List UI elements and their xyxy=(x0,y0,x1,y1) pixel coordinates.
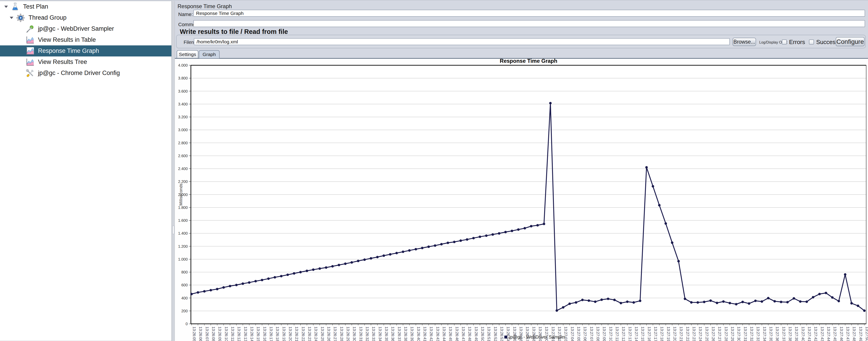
svg-text:13:27:31: 13:27:31 xyxy=(743,327,747,341)
svg-text:13:27:27: 13:27:27 xyxy=(717,327,722,341)
svg-text:1.000: 1.000 xyxy=(178,257,188,262)
svg-text:13:27:25: 13:27:25 xyxy=(705,327,709,341)
svg-text:13:26:23: 13:26:23 xyxy=(307,327,312,341)
svg-text:13:26:41: 13:26:41 xyxy=(423,327,427,341)
svg-text:600: 600 xyxy=(181,283,188,287)
svg-text:13:27:16: 13:27:16 xyxy=(647,327,651,341)
svg-text:13:27:09: 13:27:09 xyxy=(602,327,606,341)
svg-text:13:27:50: 13:27:50 xyxy=(865,327,868,341)
svg-text:1.400: 1.400 xyxy=(178,231,188,236)
svg-text:13:26:13: 13:26:13 xyxy=(243,327,248,341)
svg-text:13:26:51: 13:26:51 xyxy=(487,327,491,341)
svg-text:13:27:36: 13:27:36 xyxy=(775,327,779,341)
svg-text:13:26:28: 13:26:28 xyxy=(339,327,344,341)
svg-text:13:27:05: 13:27:05 xyxy=(577,327,581,341)
svg-text:13:27:13: 13:27:13 xyxy=(628,327,632,341)
svg-text:13:26:16: 13:26:16 xyxy=(262,327,267,341)
svg-text:13:26:34: 13:26:34 xyxy=(378,327,382,341)
svg-text:13:27:41: 13:27:41 xyxy=(807,327,811,341)
svg-text:13:27:22: 13:27:22 xyxy=(685,327,690,341)
svg-text:2.600: 2.600 xyxy=(178,154,188,158)
svg-text:13:27:15: 13:27:15 xyxy=(641,327,645,341)
svg-text:13:26:26: 13:26:26 xyxy=(327,327,331,341)
svg-text:13:27:26: 13:27:26 xyxy=(711,327,715,341)
svg-text:13:26:30: 13:26:30 xyxy=(352,327,356,341)
svg-text:400: 400 xyxy=(181,296,188,300)
svg-text:13:26:33: 13:26:33 xyxy=(371,327,376,341)
svg-text:13:26:50: 13:26:50 xyxy=(480,327,485,341)
svg-text:13:26:36: 13:26:36 xyxy=(391,327,395,341)
svg-text:13:27:37: 13:27:37 xyxy=(782,327,786,341)
svg-text:13:27:30: 13:27:30 xyxy=(737,327,741,341)
svg-text:13:26:32: 13:26:32 xyxy=(365,327,369,341)
svg-text:800: 800 xyxy=(181,270,188,274)
svg-text:13:27:23: 13:27:23 xyxy=(692,327,696,341)
svg-text:13:26:21: 13:26:21 xyxy=(294,327,299,341)
svg-text:1.200: 1.200 xyxy=(178,244,188,249)
svg-text:13:26:44: 13:26:44 xyxy=(442,327,446,341)
svg-text:1.600: 1.600 xyxy=(178,218,188,223)
svg-text:13:26:09: 13:26:09 xyxy=(218,327,222,341)
svg-text:13:26:08: 13:26:08 xyxy=(211,327,216,341)
svg-text:13:26:29: 13:26:29 xyxy=(346,327,350,341)
svg-text:13:27:12: 13:27:12 xyxy=(621,327,625,341)
svg-text:jp@gc - WebDriver Sampler: jp@gc - WebDriver Sampler xyxy=(509,335,566,339)
svg-text:13:26:11: 13:26:11 xyxy=(230,327,235,341)
svg-text:13:27:39: 13:27:39 xyxy=(794,327,799,341)
svg-text:13:27:10: 13:27:10 xyxy=(609,327,613,341)
svg-text:13:27:34: 13:27:34 xyxy=(763,327,767,341)
svg-text:13:26:37: 13:26:37 xyxy=(397,327,401,341)
svg-text:13:26:07: 13:26:07 xyxy=(205,327,209,341)
svg-text:13:26:22: 13:26:22 xyxy=(301,327,305,341)
svg-text:3.600: 3.600 xyxy=(178,89,188,94)
svg-text:3.200: 3.200 xyxy=(178,115,188,119)
svg-text:13:27:46: 13:27:46 xyxy=(839,327,844,341)
svg-text:13:27:06: 13:27:06 xyxy=(583,327,587,341)
svg-text:1.800: 1.800 xyxy=(178,205,188,210)
svg-text:13:26:20: 13:26:20 xyxy=(288,327,292,341)
svg-text:2.400: 2.400 xyxy=(178,167,188,171)
svg-text:13:27:33: 13:27:33 xyxy=(756,327,760,341)
svg-text:13:27:48: 13:27:48 xyxy=(852,327,856,341)
tab-graph[interactable]: Graph xyxy=(199,50,220,58)
svg-text:13:26:52: 13:26:52 xyxy=(493,327,498,341)
svg-text:Response Time Graph: Response Time Graph xyxy=(500,58,557,64)
svg-text:13:27:35: 13:27:35 xyxy=(769,327,773,341)
svg-text:13:27:07: 13:27:07 xyxy=(589,327,594,341)
svg-text:13:27:18: 13:27:18 xyxy=(660,327,664,341)
svg-text:13:27:43: 13:27:43 xyxy=(820,327,824,341)
jmeter-window: Test PlanThread Groupjp@gc - WebDriver S… xyxy=(0,0,868,341)
svg-text:13:26:14: 13:26:14 xyxy=(250,327,254,341)
svg-text:13:26:46: 13:26:46 xyxy=(455,327,459,341)
svg-text:13:26:53: 13:26:53 xyxy=(500,327,504,341)
svg-text:13:26:35: 13:26:35 xyxy=(384,327,389,341)
svg-text:13:26:40: 13:26:40 xyxy=(416,327,421,341)
svg-text:13:27:28: 13:27:28 xyxy=(724,327,728,341)
svg-text:13:27:08: 13:27:08 xyxy=(596,327,600,341)
svg-text:13:27:40: 13:27:40 xyxy=(801,327,805,341)
svg-text:13:26:15: 13:26:15 xyxy=(256,327,260,341)
svg-text:13:27:32: 13:27:32 xyxy=(749,327,754,341)
svg-text:0: 0 xyxy=(186,322,188,326)
svg-text:13:27:24: 13:27:24 xyxy=(698,327,703,341)
svg-text:13:27:49: 13:27:49 xyxy=(859,327,863,341)
svg-text:13:26:12: 13:26:12 xyxy=(237,327,241,341)
svg-text:13:26:38: 13:26:38 xyxy=(403,327,408,341)
svg-text:13:27:17: 13:27:17 xyxy=(653,327,658,341)
svg-text:200: 200 xyxy=(181,309,188,313)
svg-text:3.400: 3.400 xyxy=(178,102,188,106)
svg-text:13:27:44: 13:27:44 xyxy=(827,327,831,341)
svg-text:13:26:10: 13:26:10 xyxy=(224,327,228,341)
svg-text:13:27:47: 13:27:47 xyxy=(846,327,850,341)
svg-text:Milliseconds: Milliseconds xyxy=(179,183,183,205)
svg-text:13:26:06: 13:26:06 xyxy=(198,327,203,341)
svg-text:13:26:27: 13:26:27 xyxy=(333,327,337,341)
svg-text:13:26:42: 13:26:42 xyxy=(429,327,433,341)
svg-text:13:27:42: 13:27:42 xyxy=(813,327,818,341)
svg-text:13:26:45: 13:26:45 xyxy=(448,327,453,341)
svg-text:3.800: 3.800 xyxy=(178,76,188,80)
svg-text:13:27:19: 13:27:19 xyxy=(666,327,671,341)
svg-text:13:27:29: 13:27:29 xyxy=(730,327,735,341)
svg-text:13:26:18: 13:26:18 xyxy=(275,327,280,341)
response-time-chart: 02004006008001.0001.2001.4001.6001.8002.… xyxy=(0,0,868,341)
